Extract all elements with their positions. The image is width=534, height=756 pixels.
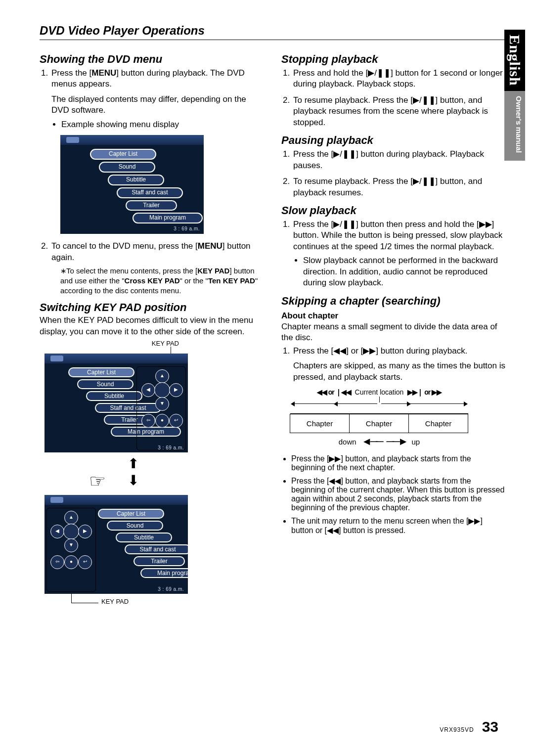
hand-icon: ☞	[89, 470, 106, 492]
section-slow-playback: Slow playback	[281, 204, 505, 217]
keypad-panel-top: Capter List Sound Subtitle Staff and cas…	[44, 354, 188, 452]
right-column: Stopping playback Press and hold the [▶/…	[281, 47, 505, 607]
switching-keypad-body: When the KEY PAD becomes difficult to vi…	[40, 315, 264, 337]
section-switching-keypad: Switching KEY PAD position	[40, 301, 264, 314]
section-showing-dvd-menu: Showing the DVD menu	[40, 53, 264, 66]
language-tab: English	[504, 30, 525, 91]
stop-step-2: To resume playback. Press the [▶/❚❚] but…	[292, 95, 505, 128]
manual-page: English Owner's manual DVD Video Player …	[0, 0, 534, 756]
arrow-up-icon: ⬆	[128, 455, 139, 472]
pause-step-1: Press the [▶/❚❚] button during playback.…	[292, 149, 505, 171]
chapter-box: Chapter	[408, 414, 468, 433]
stop-step-1: Press and hold the [▶/❚❚] button for 1 s…	[292, 68, 505, 90]
drag-arrows: ☞ ⬆ ⬇	[44, 455, 188, 492]
dvd-menu-item: Sound	[99, 162, 155, 173]
side-tab: English Owner's manual	[504, 30, 525, 161]
page-footer: VRX935VD 33	[440, 718, 498, 735]
showing-menu-steps: Press the [MENU] button during playback.…	[40, 68, 264, 295]
model-number: VRX935VD	[440, 726, 474, 733]
header-rule	[40, 40, 505, 40]
current-location-label: Current location	[355, 389, 404, 396]
about-chapter-sub: About chapter	[281, 311, 505, 321]
dvd-menu-screenshot: Capter List Sound Subtitle Staff and cas…	[60, 135, 204, 234]
up-label: up	[412, 438, 420, 446]
pause-step-2: To resume playback. Press the [▶/❚❚] but…	[292, 176, 505, 198]
forward-icon: ▶▶❘ or ▶▶	[407, 389, 442, 396]
left-column: Showing the DVD menu Press the [MENU] bu…	[40, 47, 264, 607]
page-number: 33	[482, 718, 498, 735]
section-stopping-playback: Stopping playback	[281, 53, 505, 66]
skip-note-2: Press the [◀◀] button, and playback star…	[291, 476, 505, 512]
step-1: Press the [MENU] button during playback.…	[50, 68, 264, 234]
arrow-left-icon: ◄──	[361, 436, 382, 447]
section-skipping-chapter: Skipping a chapter (searching)	[281, 295, 505, 308]
running-head: DVD Video Player Operations	[40, 24, 505, 38]
slow-note: Slow playback cannot be performed in the…	[303, 255, 505, 288]
example-bullet: Example showing menu display	[61, 119, 264, 130]
chapter-box: Chapter	[349, 414, 409, 433]
keypad-top-label: KEY PAD	[44, 340, 188, 347]
dvd-menu-item: Capter List	[90, 149, 156, 160]
skip-note-3: The unit may return to the menu screen w…	[291, 516, 505, 535]
dvd-menu-item: Staff and cast	[117, 187, 183, 198]
doc-type-tab: Owner's manual	[504, 91, 525, 161]
keypad-bottom-label: KEY PAD	[101, 598, 129, 605]
chapter-diagram: ◀◀ or ❘◀◀ Current location ▶▶❘ or ▶▶ Cha…	[290, 389, 468, 447]
select-menu-note: ∗To select the menu contents, press the …	[60, 266, 264, 295]
section-pausing-playback: Pausing playback	[281, 134, 505, 147]
arrow-right-icon: ──►	[387, 436, 407, 447]
keypad-panel-bottom: Capter List Sound Subtitle Staff and cas…	[44, 495, 188, 594]
keypad-leader-line: KEY PAD	[71, 594, 98, 603]
keypad-cluster: ▲◀ ▶▼ ⇦●↩	[139, 369, 184, 434]
keypad-cluster: ▲◀ ▶▼ ⇦●↩	[48, 511, 93, 575]
about-chapter-body: Chapter means a small segment to divide …	[281, 321, 505, 344]
dvd-menu-item: Main program	[133, 213, 203, 223]
down-label: down	[339, 438, 356, 446]
chapter-box: Chapter	[290, 414, 350, 433]
dvd-menu-item: Subtitle	[108, 175, 164, 185]
slow-step-1: Press the [▶/❚❚] button then press and h…	[292, 219, 505, 289]
dvd-menu-time: 3 : 69 a.m.	[174, 225, 200, 232]
skip-note-1: Press the [▶▶] button, and playback star…	[291, 454, 505, 472]
skip-step-1: Press the [◀◀] or [▶▶] button during pla…	[292, 346, 505, 383]
dvd-menu-item: Trailer	[126, 200, 177, 211]
step-2: To cancel to the DVD menu, press the [ME…	[50, 241, 264, 295]
arrow-down-icon: ⬇	[128, 472, 139, 489]
keypad-figure: KEY PAD Capter List Sound Subtitle Staff…	[44, 340, 188, 603]
rewind-icon: ◀◀ or ❘◀◀	[317, 389, 351, 396]
